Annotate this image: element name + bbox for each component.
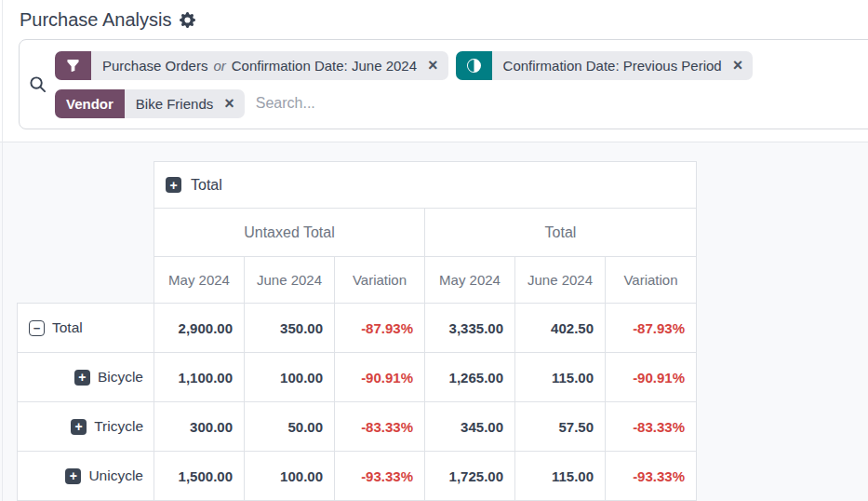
search-facet-area: Purchase Orders or Confirmation Date: Ju… [55, 51, 868, 118]
pivot-cell-variation: -90.91% [606, 353, 697, 402]
facet-conjunction: or [213, 58, 225, 74]
pivot-row-unicycle: + Unicycle 1,500.00 100.00 -93.33% 1,725… [18, 452, 697, 501]
pivot-cell-variation: -87.93% [335, 304, 425, 353]
page-title: Purchase Analysis [20, 9, 171, 31]
pivot-row-header-bicycle[interactable]: + Bicycle [18, 353, 154, 402]
pivot-col-header[interactable]: June 2024 [245, 257, 335, 304]
pivot-cell: 350.00 [245, 304, 335, 353]
facet-filter: Purchase Orders or Confirmation Date: Ju… [55, 51, 448, 80]
pivot-corner [18, 257, 154, 304]
expand-row-icon[interactable]: + [74, 370, 90, 386]
pivot-row-bicycle: + Bicycle 1,100.00 100.00 -90.91% 1,265.… [18, 353, 697, 402]
pivot-row-header-total[interactable]: − Total [18, 304, 154, 353]
pivot-cell: 1,265.00 [425, 353, 515, 402]
pivot-cell-variation: -90.91% [335, 353, 425, 402]
facet-groupby-values: Bike Friends [125, 89, 222, 118]
facet-value: Purchase Orders [102, 58, 207, 74]
expand-row-icon[interactable]: + [71, 419, 87, 435]
facet-value: Confirmation Date: Previous Period [503, 58, 722, 74]
gear-icon[interactable] [180, 12, 195, 28]
pivot-cell: 115.00 [515, 353, 606, 402]
pivot-col-header[interactable]: May 2024 [154, 257, 245, 304]
pivot-cell: 345.00 [425, 402, 515, 452]
pivot-cell: 1,500.00 [154, 452, 245, 501]
pivot-cell: 2,900.00 [154, 304, 245, 353]
facet-value: Confirmation Date: June 2024 [232, 58, 417, 74]
facet-comparison-values: Confirmation Date: Previous Period [492, 51, 731, 80]
control-panel-header: Purchase Analysis [0, 0, 868, 39]
pivot-row-tricycle: + Tricycle 300.00 50.00 -83.33% 345.00 5… [18, 402, 697, 452]
pivot-cell: 1,725.00 [425, 452, 515, 501]
pivot-cell-variation: -83.33% [606, 402, 697, 452]
pivot-table: + Total Untaxed Total Total May 2024 Jun… [17, 161, 697, 501]
search-panel: Purchase Orders or Confirmation Date: Ju… [19, 39, 868, 129]
row-label: Bicycle [98, 369, 143, 386]
search-input[interactable] [252, 89, 868, 117]
facet-value: Bike Friends [136, 96, 213, 112]
remove-facet-icon[interactable]: × [222, 89, 245, 118]
pivot-col-header[interactable]: June 2024 [515, 257, 606, 304]
pivot-col-root-label: Total [191, 177, 222, 194]
pivot-cell: 1,100.00 [154, 353, 245, 402]
pivot-col-root-header[interactable]: + Total [154, 162, 697, 209]
pivot-corner [18, 162, 154, 209]
pivot-cell-variation: -93.33% [335, 452, 425, 501]
facet-groupby-label: Vendor [55, 89, 125, 118]
facet-filter-values: Purchase Orders or Confirmation Date: Ju… [91, 51, 426, 80]
pivot-corner [18, 209, 154, 257]
pivot-measure-untaxed-total[interactable]: Untaxed Total [154, 209, 425, 257]
comparison-half-circle-icon [456, 51, 492, 80]
pivot-cell-variation: -93.33% [606, 452, 697, 501]
pivot-cell: 300.00 [154, 402, 245, 452]
facet-groupby-vendor: Vendor Bike Friends × [55, 89, 245, 118]
row-label: Unicycle [88, 467, 143, 484]
content-left-border [2, 0, 3, 501]
pivot-cell: 3,335.00 [425, 304, 515, 353]
row-label: Total [52, 319, 83, 336]
pivot-row-header-tricycle[interactable]: + Tricycle [18, 402, 154, 452]
pivot-cell: 115.00 [515, 452, 606, 501]
pivot-view-area: + Total Untaxed Total Total May 2024 Jun… [0, 142, 868, 501]
pivot-col-header[interactable]: Variation [335, 257, 425, 304]
pivot-cell: 50.00 [245, 402, 335, 452]
pivot-measure-total[interactable]: Total [425, 209, 697, 257]
pivot-col-header[interactable]: Variation [606, 257, 697, 304]
facet-comparison: Confirmation Date: Previous Period × [456, 51, 754, 80]
pivot-cell: 100.00 [245, 452, 335, 501]
search-icon [20, 75, 55, 93]
expand-column-icon[interactable]: + [166, 177, 181, 193]
pivot-cell-variation: -83.33% [335, 402, 425, 452]
pivot-row-total: − Total 2,900.00 350.00 -87.93% 3,335.00… [18, 304, 697, 353]
filter-funnel-icon [55, 51, 91, 80]
pivot-cell-variation: -87.93% [606, 304, 697, 353]
collapse-row-icon[interactable]: − [29, 320, 45, 336]
remove-facet-icon[interactable]: × [731, 51, 754, 80]
pivot-row-header-unicycle[interactable]: + Unicycle [18, 452, 154, 501]
row-label: Tricycle [94, 418, 143, 435]
expand-row-icon[interactable]: + [65, 468, 81, 484]
remove-facet-icon[interactable]: × [426, 51, 448, 80]
pivot-cell: 57.50 [515, 402, 606, 452]
pivot-col-header[interactable]: May 2024 [425, 257, 515, 304]
pivot-cell: 402.50 [515, 304, 606, 353]
pivot-cell: 100.00 [245, 353, 335, 402]
